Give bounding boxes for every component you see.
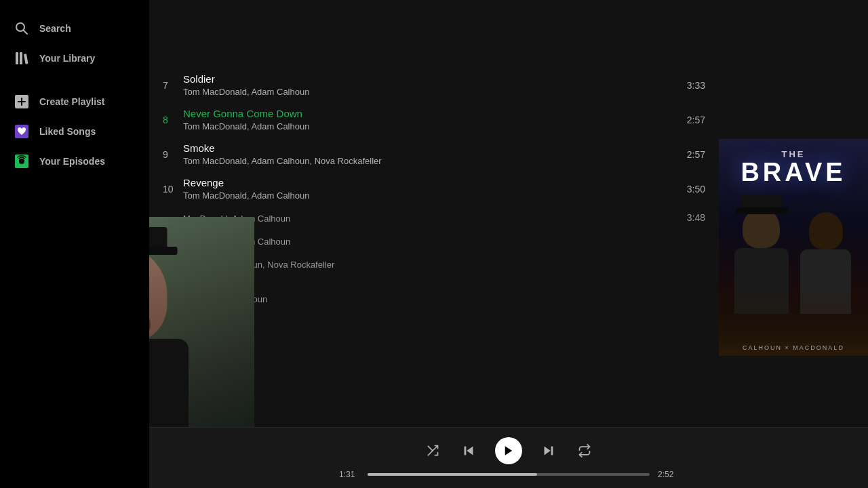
track-info: nald, Adam Calhoun, Nova Rockafeller: [183, 258, 692, 270]
sidebar-item-library[interactable]: Your Library: [0, 43, 149, 73]
table-row[interactable]: 10 Revenge Tom MacDonald, Adam Calhoun 3…: [149, 171, 719, 206]
track-number: 7: [163, 80, 183, 91]
track-duration: 3:33: [687, 80, 705, 91]
track-artist: nald, Adam Calhoun, Nova Rockafeller: [183, 260, 692, 270]
svg-rect-15: [551, 446, 553, 455]
library-label: Your Library: [39, 53, 95, 64]
svg-marker-11: [467, 446, 473, 455]
track-title: Smoke: [183, 142, 673, 154]
svg-marker-13: [505, 446, 513, 455]
track-number: 8: [163, 115, 183, 125]
liked-songs-label: Liked Songs: [39, 126, 96, 137]
your-episodes-label: Your Episodes: [39, 156, 105, 167]
track-duration: 3:50: [687, 184, 705, 195]
search-label: Search: [39, 23, 71, 34]
player-bar: 1:31 2:52: [149, 427, 868, 488]
track-artist: Tom MacDonald, Adam Calhoun: [183, 87, 673, 97]
track-title: Never Gonna Come Down: [183, 108, 673, 119]
track-duration: 3:48: [687, 212, 705, 223]
current-time: 1:31: [339, 470, 359, 479]
sidebar-item-your-episodes[interactable]: Your Episodes: [0, 146, 149, 176]
track-info: Smoke Tom MacDonald, Adam Calhoun, Nova …: [183, 142, 673, 166]
track-title: Soldier: [183, 73, 673, 85]
svg-rect-3: [20, 52, 22, 64]
main-content: 7 Soldier Tom MacDonald, Adam Calhoun 3:…: [149, 0, 868, 488]
track-title: Revenge: [183, 177, 673, 188]
album-footer: CALHOUN × MACDONALD: [743, 344, 844, 351]
album-title-brave: BRAVE: [741, 159, 846, 185]
track-duration: 2:57: [687, 149, 705, 160]
track-number: 9: [163, 149, 183, 160]
track-duration: 2:57: [687, 115, 705, 125]
table-row[interactable]: 7 Soldier Tom MacDonald, Adam Calhoun 3:…: [149, 68, 719, 102]
track-info: MacDonald, Adam Calhoun: [183, 235, 692, 247]
create-playlist-icon: [14, 94, 30, 110]
sidebar-item-liked-songs[interactable]: Liked Songs: [0, 117, 149, 146]
repeat-button[interactable]: [575, 441, 594, 460]
create-playlist-label: Create Playlist: [39, 96, 105, 107]
sidebar-item-create-playlist[interactable]: Create Playlist: [0, 87, 149, 117]
episodes-icon: [14, 153, 30, 169]
sidebar-item-search[interactable]: Search: [0, 14, 149, 43]
album-cover: THE BRAVE: [719, 139, 868, 356]
track-info: Revenge Tom MacDonald, Adam Calhoun: [183, 177, 673, 201]
track-artist: Tom MacDonald, Adam Calhoun: [183, 121, 673, 131]
sidebar: Search Your Library Create Playlist: [0, 0, 149, 488]
track-number: 10: [163, 184, 183, 195]
table-row[interactable]: 9 Smoke Tom MacDonald, Adam Calhoun, Nov…: [149, 137, 719, 171]
track-artist: MacDonald, Adam Calhoun: [183, 237, 692, 247]
shuffle-button[interactable]: [423, 441, 442, 460]
total-time: 2:52: [658, 470, 678, 479]
svg-rect-4: [24, 54, 28, 64]
track-artist: MacDonald, Adam Calhoun: [183, 214, 673, 224]
player-controls: [423, 437, 594, 464]
svg-line-1: [24, 30, 28, 35]
library-icon: [14, 50, 30, 66]
progress-track[interactable]: [368, 473, 650, 476]
track-artist: Tom MacDonald, Adam Calhoun, Nova Rockaf…: [183, 156, 673, 166]
previous-button[interactable]: [458, 441, 479, 461]
svg-rect-12: [465, 446, 467, 455]
progress-bar-container: 1:31 2:52: [339, 470, 678, 479]
track-info: MacDonald, Adam Calhoun: [183, 211, 673, 224]
track-info: t Some Things onald, Adam Calhoun: [183, 281, 692, 304]
search-icon: [14, 20, 30, 37]
play-button[interactable]: [495, 437, 522, 464]
track-artist: Tom MacDonald, Adam Calhoun: [183, 190, 673, 201]
album-art-container: THE BRAVE: [719, 68, 868, 427]
table-row[interactable]: 8 Never Gonna Come Down Tom MacDonald, A…: [149, 102, 719, 137]
svg-rect-2: [16, 52, 18, 64]
liked-songs-icon: [14, 123, 30, 140]
progress-fill: [368, 473, 537, 476]
track-artist: onald, Adam Calhoun: [183, 294, 692, 304]
track-info: Never Gonna Come Down Tom MacDonald, Ada…: [183, 108, 673, 131]
track-title: t Some Things: [183, 281, 692, 292]
svg-point-10: [19, 159, 24, 164]
next-button[interactable]: [538, 441, 559, 461]
track-info: Soldier Tom MacDonald, Adam Calhoun: [183, 73, 673, 97]
svg-marker-14: [545, 446, 551, 455]
